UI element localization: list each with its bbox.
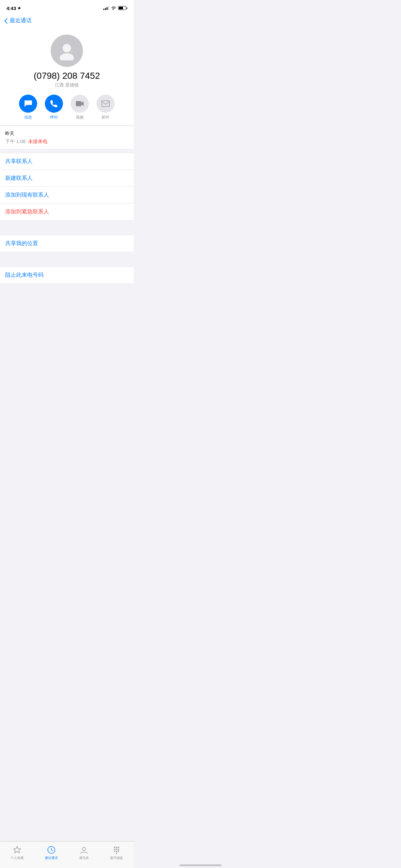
status-icons [103, 6, 127, 10]
location-section: 共享我的位置 [0, 235, 134, 252]
message-icon [24, 100, 32, 107]
back-button[interactable]: 最近通话 [5, 17, 32, 24]
avatar [51, 35, 83, 67]
message-label: 信息 [24, 115, 32, 120]
mail-icon [101, 100, 110, 107]
back-label: 最近通话 [10, 17, 32, 24]
contact-section: (0798) 208 7452 江西 景德镇 信息 呼叫 [0, 28, 134, 126]
call-history-section: 昨天 下午 1:08 未接来电 [0, 126, 134, 150]
battery-icon [118, 6, 127, 10]
call-icon-circle [45, 95, 63, 113]
avatar-placeholder-icon [57, 41, 76, 60]
status-time: 4:43 [6, 5, 21, 11]
block-number-button[interactable]: 阻止此来电号码 [0, 267, 134, 283]
video-label: 视频 [76, 115, 84, 120]
svg-point-2 [60, 53, 74, 60]
share-contact-button[interactable]: 共享联系人 [0, 153, 134, 170]
svg-rect-5 [102, 101, 110, 106]
message-icon-circle [19, 95, 37, 113]
history-date: 昨天 [5, 131, 128, 136]
video-action-button[interactable]: 视频 [71, 95, 89, 120]
mail-icon-circle [96, 95, 115, 113]
nav-bar: 最近通话 [0, 14, 134, 28]
video-icon [75, 100, 84, 107]
history-item: 下午 1:08 未接来电 [5, 138, 128, 145]
time-display: 4:43 [6, 5, 16, 11]
history-status: 未接来电 [28, 138, 48, 145]
section-gap-2 [0, 252, 134, 263]
share-location-button[interactable]: 共享我的位置 [0, 235, 134, 252]
contact-location: 江西 景德镇 [55, 82, 79, 88]
call-action-button[interactable]: 呼叫 [45, 95, 63, 120]
svg-marker-0 [18, 6, 21, 10]
chevron-left-icon [5, 18, 8, 23]
location-icon [18, 6, 21, 10]
video-icon-circle [71, 95, 89, 113]
wifi-icon [111, 6, 116, 10]
call-label: 呼叫 [50, 115, 58, 120]
call-icon [50, 99, 58, 108]
mail-label: 邮件 [102, 115, 110, 120]
message-action-button[interactable]: 信息 [19, 95, 37, 120]
action-buttons: 信息 呼叫 视频 [5, 95, 128, 120]
section-gap-3 [0, 283, 134, 290]
add-emergency-button[interactable]: 添加到紧急联系人 [0, 204, 134, 220]
signal-icon [103, 6, 109, 10]
section-gap-1 [0, 220, 134, 231]
status-bar: 4:43 [0, 0, 134, 14]
svg-rect-3 [76, 101, 81, 106]
svg-point-1 [63, 44, 71, 52]
new-contact-button[interactable]: 新建联系人 [0, 170, 134, 187]
svg-marker-4 [81, 101, 84, 106]
contact-actions-section: 共享联系人 新建联系人 添加到现有联系人 添加到紧急联系人 [0, 153, 134, 220]
mail-action-button[interactable]: 邮件 [96, 95, 115, 120]
add-to-existing-button[interactable]: 添加到现有联系人 [0, 187, 134, 204]
history-time: 下午 1:08 [5, 138, 26, 145]
block-section: 阻止此来电号码 [0, 267, 134, 283]
contact-number: (0798) 208 7452 [34, 71, 100, 81]
